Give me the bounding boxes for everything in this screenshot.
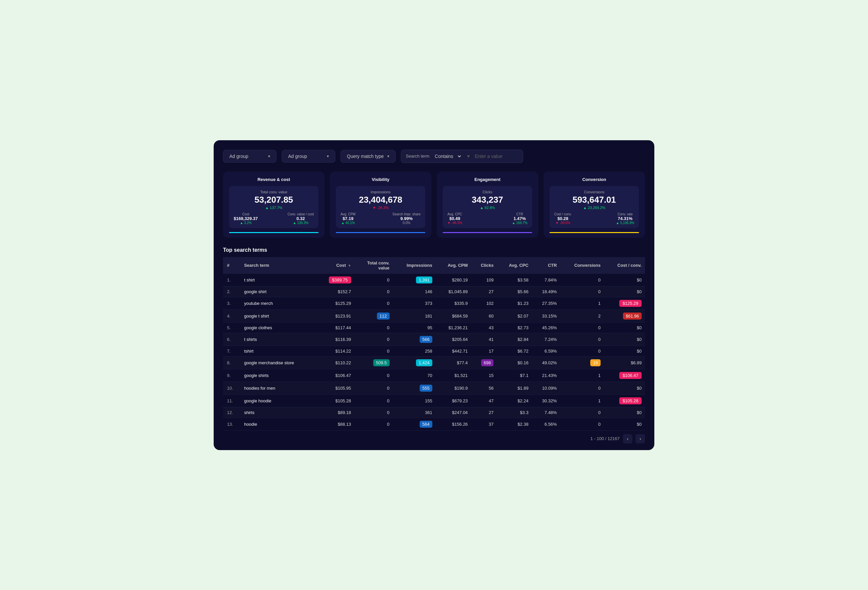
cell-4-0: 5. [223,322,241,333]
cell-8-2: $106.47 [316,369,354,382]
cell-12-4: 564 [393,418,435,430]
cell-highlighted-7-4: 1,424 [416,359,433,366]
cell-12-8: 6.56% [532,418,560,430]
cell-12-3: 0 [354,418,393,430]
cell-0-10: $0 [604,274,645,287]
cell-2-0: 3. [223,297,241,309]
cell-3-2: $123.91 [316,309,354,322]
cell-2-3: 0 [354,297,393,309]
cell-11-0: 12. [223,407,241,418]
table-row: 11.google hoodie$105.280155$679.2347$2.2… [223,394,645,407]
cell-6-7: $6.72 [497,346,531,356]
cell-7-0: 8. [223,356,241,369]
metric-sub-row-2: Avg. CPC $0.49 ▼ -46.5% CTR 1.47% ▲ 169.… [447,212,527,225]
cell-3-3: 112 [354,309,393,322]
col-header-5: Avg. CPM [435,257,471,274]
query-match-type-filter[interactable]: Query match type ▾ [341,150,396,163]
cell-5-2: $116.39 [316,333,354,346]
metric-sub-item-2-1: CTR 1.47% ▲ 169.7% [512,212,527,225]
search-terms-table: #Search termCost ▼Total conv.valueImpres… [223,257,645,431]
prev-page-button[interactable]: ‹ [623,434,632,444]
table-row: 1.t shirt$389.7501,391$280.19109$3.587.8… [223,274,645,287]
cell-11-9: 0 [560,407,604,418]
cell-12-0: 13. [223,418,241,430]
cell-0-8: 7.84% [532,274,560,287]
cell-4-3: 0 [354,322,393,333]
cell-highlighted-10-10: $105.28 [619,397,642,404]
metric-main-label-3: Conversions [554,190,634,194]
cell-2-1: youtube merch [241,297,316,309]
cell-8-10: $106.47 [604,369,645,382]
cell-5-6: 41 [471,333,497,346]
metric-card-3: Conversion Conversions 593,647.01 ▲ 23,2… [543,172,645,238]
cell-3-10: $61.96 [604,309,645,322]
cell-9-8: 10.09% [532,382,560,394]
metric-sub-item-1-1: Search Impr. share 9.99% 0.0% [393,212,421,225]
next-page-button[interactable]: › [636,434,645,444]
cell-3-1: google t shirt [241,309,316,322]
cell-4-2: $117.44 [316,322,354,333]
cell-0-1: t shirt [241,274,316,287]
cell-8-6: 15 [471,369,497,382]
cell-10-1: google hoodie [241,394,316,407]
cell-8-9: 1 [560,369,604,382]
filter3-label: Query match type [347,154,384,159]
cell-8-8: 21.43% [532,369,560,382]
cell-highlighted-2-10: $125.29 [619,300,642,307]
cell-0-6: 109 [471,274,497,287]
cell-1-7: $5.66 [497,286,531,297]
cell-3-8: 33.15% [532,309,560,322]
cell-12-1: hoodie [241,418,316,430]
cell-highlighted-3-3: 112 [377,312,390,319]
cell-2-7: $1.23 [497,297,531,309]
metrics-row: Revenue & cost Total conv. value 53,207.… [223,172,645,238]
cell-1-8: 18.49% [532,286,560,297]
cell-1-6: 27 [471,286,497,297]
metric-card-2: Engagement Clicks 343,237 ▲ 92.8% Avg. C… [437,172,538,238]
cell-highlighted-7-9: 16 [590,359,600,366]
cell-4-7: $2.73 [497,322,531,333]
cell-11-4: 361 [393,407,435,418]
col-header-1[interactable]: Search term [241,257,316,274]
table-row: 12.shirts$89.180361$247.0427$3.37.48%0$0 [223,407,645,418]
metric-sub-item-2-0: Avg. CPC $0.49 ▼ -46.5% [447,212,462,225]
pagination-row: 1 - 100 / 12167 ‹ › [223,434,645,444]
search-condition-select[interactable]: Contains Equals Starts with [433,153,462,159]
cell-4-4: 95 [393,322,435,333]
search-value-input[interactable] [475,154,518,159]
metric-title-1: Visibility [336,177,425,182]
cell-2-2: $125.29 [316,297,354,309]
cell-11-1: shirts [241,407,316,418]
metric-main-change-1: ▼ -26.3% [341,206,421,210]
metric-main-value-1: 23,404,678 [341,195,421,205]
metric-main-value-0: 53,207.85 [234,195,314,205]
table-row: 10.hoodies for men$105.950555$190.956$1.… [223,382,645,394]
cell-4-5: $1,236.21 [435,322,471,333]
col-header-2[interactable]: Cost ▼ [316,257,354,274]
col-header-0[interactable]: # [223,257,241,274]
cell-7-8: 49.02% [532,356,560,369]
cell-5-7: $2.84 [497,333,531,346]
sort-icon: ▼ [348,264,351,268]
cell-9-7: $1.89 [497,382,531,394]
cell-10-7: $2.24 [497,394,531,407]
ad-group-filter-2[interactable]: Ad group ▾ [282,150,335,163]
col-header-4: Impressions [393,257,435,274]
cell-5-9: 0 [560,333,604,346]
cell-5-5: $205.64 [435,333,471,346]
cell-10-2: $105.28 [316,394,354,407]
pagination-info: 1 - 100 / 12167 [590,436,620,441]
metric-title-2: Engagement [443,177,532,182]
metric-sub-row-3: Cost / conv. $0.28 ▼ -99.6% Conv. rate 7… [554,212,634,225]
table-row: 2.google shirt$152.70146$1,045.8927$5.66… [223,286,645,297]
cell-4-8: 45.26% [532,322,560,333]
cell-2-9: 1 [560,297,604,309]
col-header-10: Cost / conv. [604,257,645,274]
ad-group-filter-1[interactable]: Ad group ▾ [223,150,276,163]
cell-12-5: $156.26 [435,418,471,430]
table-row: 8.google merchandise store$110.22509.51,… [223,356,645,369]
cell-5-8: 7.24% [532,333,560,346]
cell-12-7: $2.38 [497,418,531,430]
cell-2-5: $335.9 [435,297,471,309]
cell-6-0: 7. [223,346,241,356]
